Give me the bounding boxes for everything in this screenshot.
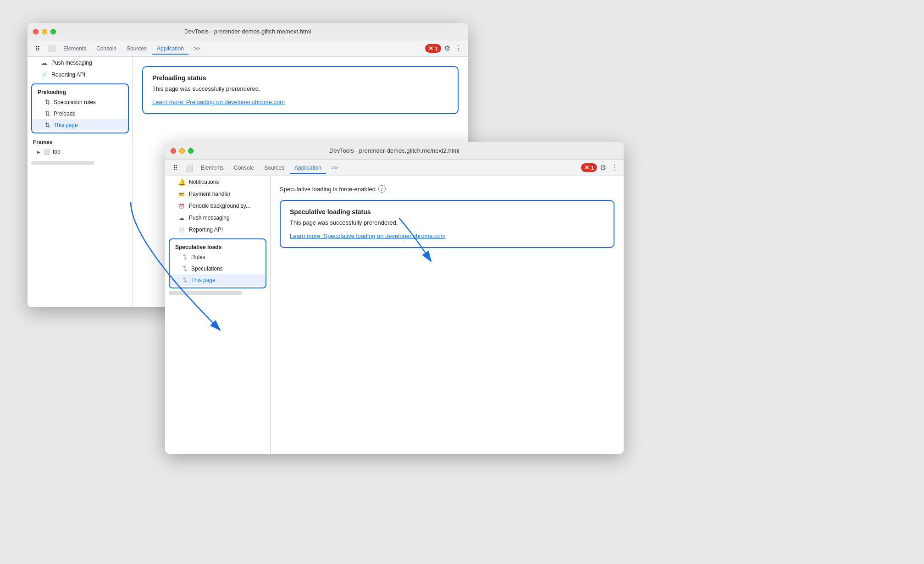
inspector-icon-2[interactable]: ⠿ bbox=[169, 161, 182, 174]
tab-more[interactable]: >> bbox=[189, 43, 205, 55]
sidebar-item-preloads[interactable]: Preloads bbox=[32, 108, 128, 119]
sidebar-item-this-page-2[interactable]: This page bbox=[170, 274, 266, 286]
sidebar-item-notifications[interactable]: 🔔 Notifications bbox=[165, 176, 270, 188]
speculative-status-text: This page was successfully prerendered. bbox=[290, 219, 604, 226]
sidebar-item-this-page[interactable]: This page bbox=[32, 119, 128, 131]
tab-elements[interactable]: Elements bbox=[59, 43, 91, 55]
tab-elements-2[interactable]: Elements bbox=[196, 162, 228, 174]
sort-icon-1 bbox=[45, 99, 50, 105]
sidebar-2: 🔔 Notifications Payment handler Periodic… bbox=[165, 176, 271, 454]
error-badge-1: ✕ 1 bbox=[425, 44, 441, 53]
inspector-icon[interactable]: ⠿ bbox=[31, 42, 44, 55]
force-enabled-text: Speculative loading is force-enabled bbox=[280, 186, 376, 193]
info-icon[interactable]: i bbox=[378, 185, 386, 193]
tab-console-2[interactable]: Console bbox=[229, 162, 259, 174]
clock-icon bbox=[178, 202, 185, 210]
sidebar-scrollbar-2[interactable] bbox=[169, 291, 242, 295]
notifications-label: Notifications bbox=[189, 179, 219, 185]
preloading-group-label: Preloading bbox=[32, 86, 128, 96]
traffic-lights-2 bbox=[171, 148, 194, 154]
settings-icon[interactable]: ⚙ bbox=[442, 42, 452, 55]
payment-icon bbox=[178, 190, 185, 198]
more-icon-2[interactable]: ⋮ bbox=[609, 161, 620, 174]
rules-label: Rules bbox=[191, 254, 205, 260]
reporting-api-label: Reporting API bbox=[51, 72, 85, 78]
titlebar-2: DevTools - prerender-demos.glitch.me/nex… bbox=[165, 142, 624, 160]
error-count-2: 1 bbox=[591, 165, 594, 171]
push-messaging-label-2: Push messaging bbox=[189, 215, 230, 221]
sidebar-item-push-messaging[interactable]: Push messaging bbox=[28, 57, 133, 69]
device-icon[interactable]: ⬜ bbox=[45, 42, 58, 55]
maximize-button-2[interactable] bbox=[188, 148, 194, 154]
sidebar-item-speculation-rules[interactable]: Speculation rules bbox=[32, 96, 128, 108]
frame-arrow-icon bbox=[37, 149, 40, 155]
periodic-bg-label: Periodic background sy... bbox=[189, 203, 250, 209]
this-page-label-2: This page bbox=[191, 277, 216, 283]
frames-label: Frames bbox=[33, 139, 127, 145]
error-badge-2: ✕ 1 bbox=[581, 163, 597, 172]
sort-icon-2 bbox=[45, 110, 50, 117]
device-icon-2[interactable]: ⬜ bbox=[183, 161, 195, 174]
minimize-button-2[interactable] bbox=[179, 148, 185, 154]
preloading-learn-more-link[interactable]: Learn more: Preloading on developer.chro… bbox=[152, 99, 285, 105]
sort-icon-this-page bbox=[183, 276, 188, 283]
force-enabled-notice: Speculative loading is force-enabled i bbox=[280, 185, 614, 193]
sort-icon-3 bbox=[45, 122, 50, 128]
doc-icon-2 bbox=[178, 226, 185, 233]
frames-section: Frames top bbox=[28, 136, 133, 159]
tab-sources[interactable]: Sources bbox=[122, 43, 151, 55]
sort-icon-speculations bbox=[183, 265, 188, 272]
speculative-status-box: Speculative loading status This page was… bbox=[280, 200, 614, 248]
payment-handler-label: Payment handler bbox=[189, 191, 231, 197]
preloading-status-title: Preloading status bbox=[152, 74, 448, 82]
speculative-loads-group-label: Speculative loads bbox=[170, 241, 266, 251]
preloading-status-text: This page was successfully prerendered. bbox=[152, 85, 448, 92]
this-page-label: This page bbox=[54, 122, 78, 128]
devtools-window-2: DevTools - prerender-demos.glitch.me/nex… bbox=[165, 142, 624, 454]
sidebar-item-reporting-api-2[interactable]: Reporting API bbox=[165, 224, 270, 236]
tab-console[interactable]: Console bbox=[92, 43, 121, 55]
sidebar-item-speculations[interactable]: Speculations bbox=[170, 263, 266, 274]
settings-icon-2[interactable]: ⚙ bbox=[598, 161, 608, 174]
sidebar-1: Push messaging Reporting API Preloading … bbox=[28, 57, 133, 307]
speculation-rules-label: Speculation rules bbox=[54, 99, 96, 105]
close-button[interactable] bbox=[33, 29, 39, 34]
speculations-label: Speculations bbox=[191, 265, 223, 272]
preloads-label: Preloads bbox=[54, 111, 75, 117]
sidebar-item-rules[interactable]: Rules bbox=[170, 251, 266, 263]
doc-icon bbox=[40, 71, 48, 78]
sidebar-item-payment-handler[interactable]: Payment handler bbox=[165, 188, 270, 200]
sidebar-item-reporting-api[interactable]: Reporting API bbox=[28, 69, 133, 81]
speculative-status-title: Speculative loading status bbox=[290, 208, 604, 216]
frames-item-top[interactable]: top bbox=[33, 147, 127, 156]
top-label: top bbox=[53, 149, 61, 155]
error-count-1: 1 bbox=[435, 46, 438, 51]
maximize-button[interactable] bbox=[50, 29, 56, 34]
more-icon[interactable]: ⋮ bbox=[453, 42, 464, 55]
main-content-2: Speculative loading is force-enabled i S… bbox=[271, 176, 624, 454]
traffic-lights-1 bbox=[33, 29, 56, 34]
sidebar-scrollbar[interactable] bbox=[31, 161, 94, 165]
folder-icon bbox=[43, 149, 50, 155]
sidebar-item-periodic-bg[interactable]: Periodic background sy... bbox=[165, 200, 270, 212]
preloading-status-box: Preloading status This page was successf… bbox=[142, 66, 459, 114]
titlebar-1: DevTools - prerender-demos.glitch.me/nex… bbox=[28, 23, 468, 40]
tab-application[interactable]: Application bbox=[152, 43, 188, 55]
notif-icon: 🔔 bbox=[178, 178, 185, 186]
window-title-2: DevTools - prerender-demos.glitch.me/nex… bbox=[329, 147, 459, 154]
push-messaging-label: Push messaging bbox=[51, 60, 92, 66]
speculative-learn-more-link[interactable]: Learn more: Speculative loading on devel… bbox=[290, 232, 446, 239]
preloading-group: Preloading Speculation rules Preloads Th… bbox=[31, 83, 129, 133]
tab-application-2[interactable]: Application bbox=[290, 162, 326, 174]
push-icon bbox=[40, 59, 48, 66]
sort-icon-rules bbox=[183, 254, 188, 260]
speculative-loads-group: Speculative loads Rules Speculations Thi… bbox=[169, 238, 266, 288]
minimize-button[interactable] bbox=[42, 29, 47, 34]
close-button-2[interactable] bbox=[171, 148, 176, 154]
tab-more-2[interactable]: >> bbox=[327, 162, 343, 174]
sidebar-item-push-messaging-2[interactable]: Push messaging bbox=[165, 212, 270, 224]
tab-sources-2[interactable]: Sources bbox=[260, 162, 289, 174]
tab-bar-2: ⠿ ⬜ Elements Console Sources Application… bbox=[165, 160, 624, 176]
push-icon-2 bbox=[178, 214, 185, 221]
window-title-1: DevTools - prerender-demos.glitch.me/nex… bbox=[184, 28, 311, 35]
